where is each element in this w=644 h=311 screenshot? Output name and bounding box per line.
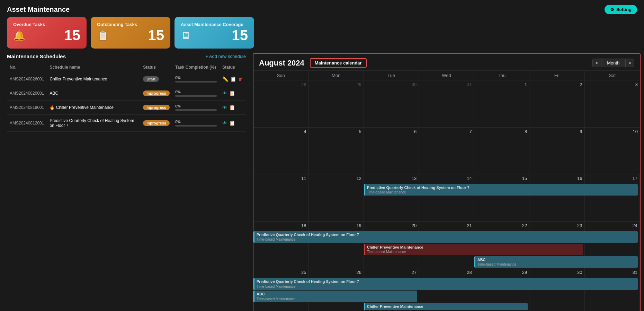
calendar-cell[interactable]: 14	[419, 174, 474, 221]
calendar-weeks: 282930311234567891011121314151617 Predic…	[253, 80, 640, 311]
calendar-cell[interactable]: 19	[308, 222, 364, 268]
day-number: 3	[587, 82, 638, 87]
action-icons: 👁 📋	[222, 120, 243, 126]
calendar-cell[interactable]: 22	[474, 222, 529, 268]
schedule-progress: 0%	[172, 101, 220, 115]
maintenance-calendar-label: Maintenance calendar	[310, 58, 367, 68]
day-number: 22	[476, 223, 527, 228]
table-row[interactable]: AMS20240819001🔥 Chiller Preventive Maint…	[7, 101, 246, 115]
progress-bar	[175, 125, 217, 127]
day-number: 8	[476, 129, 527, 134]
calendar-week: 18192021222324 Predictive Quarterly Chec…	[253, 222, 640, 269]
calendar-header: August 2024 Maintenance calendar < Month…	[253, 54, 640, 71]
add-schedule-button[interactable]: + Add new schedule	[205, 54, 246, 59]
calendar-cell[interactable]: 8	[474, 128, 529, 174]
table-row[interactable]: AMS20240812001Predictive Quarterly Check…	[7, 115, 246, 132]
overdue-icon: 🔔	[13, 30, 25, 41]
calendar-cell[interactable]: 18	[253, 222, 308, 268]
calendar-cell[interactable]: 1	[474, 80, 529, 127]
day-tue: Tue	[364, 71, 419, 80]
view-icon[interactable]: 👁	[222, 105, 227, 110]
calendar-cell[interactable]: 20	[364, 222, 419, 268]
calendar-cell[interactable]: 29	[474, 268, 529, 311]
calendar-week: 25262728293031 Predictive Quarterly Chec…	[253, 268, 640, 311]
calendar-cell[interactable]: 23	[529, 222, 584, 268]
calendar-cell[interactable]: 16	[529, 174, 584, 221]
table-row[interactable]: AMS20240820001ABCInprogress 0% 👁 📋	[7, 86, 246, 101]
table-row[interactable]: AMS20240826001Chiller Preventive Mainten…	[7, 72, 246, 86]
day-number: 26	[311, 270, 361, 275]
calendar-cell[interactable]: 10	[585, 128, 640, 174]
app-title: Asset Maintenance	[7, 6, 70, 14]
calendar-cell[interactable]: 2	[529, 80, 584, 127]
calendar-prev-button[interactable]: <	[592, 59, 601, 67]
calendar-cell[interactable]: 3	[585, 80, 640, 127]
day-number: 1	[476, 82, 527, 87]
calendar-cell[interactable]: 15	[474, 174, 529, 221]
day-number: 31	[587, 270, 637, 275]
calendar-cell[interactable]: 11	[253, 174, 308, 221]
calendar-cell[interactable]: 27	[364, 268, 419, 311]
calendar-cell[interactable]: 7	[419, 128, 474, 174]
calendar-days-header: Sun Mon Tue Wed Thu Fri Sat	[253, 71, 640, 80]
day-number: 21	[421, 223, 472, 228]
schedule-id: AMS20240820001	[7, 86, 47, 101]
calendar-cell[interactable]: 26	[308, 268, 364, 311]
outstanding-card[interactable]: Outstanding Tasks 📋 15	[91, 17, 170, 49]
copy-icon[interactable]: 📋	[230, 76, 236, 82]
progress-bar-wrap: 0%	[175, 120, 217, 127]
calendar-cell[interactable]: 29	[308, 80, 364, 127]
view-icon[interactable]: 👁	[222, 90, 227, 96]
outstanding-title: Outstanding Tasks	[97, 22, 164, 27]
settings-button[interactable]: ⚙ Setting	[605, 5, 637, 14]
delete-icon[interactable]: 🗑	[238, 76, 243, 82]
coverage-card[interactable]: Asset Maintenance Coverage 🖥 15	[175, 17, 254, 49]
day-number: 18	[256, 223, 306, 228]
calendar-cell[interactable]: 13	[364, 174, 419, 221]
calendar-cell[interactable]: 9	[529, 128, 584, 174]
calendar-grid: Sun Mon Tue Wed Thu Fri Sat 282930311234…	[253, 71, 640, 311]
progress-label: 0%	[175, 104, 217, 108]
day-thu: Thu	[474, 71, 529, 80]
calendar-cell[interactable]: 4	[253, 128, 308, 174]
day-number: 25	[256, 270, 306, 275]
action-icons: 👁 📋	[222, 105, 243, 110]
schedule-table: No. Schedule name Status Task Completion…	[7, 63, 246, 132]
copy-icon[interactable]: 📋	[229, 105, 235, 110]
day-sat: Sat	[585, 71, 640, 80]
schedule-name: ABC	[47, 86, 140, 101]
outstanding-icon: 📋	[97, 30, 109, 41]
calendar-cell[interactable]: 28	[253, 80, 308, 127]
coverage-icon: 🖥	[181, 30, 190, 41]
calendar-next-button[interactable]: >	[625, 59, 634, 67]
calendar-cell[interactable]: 5	[308, 128, 364, 174]
day-number: 20	[366, 223, 417, 228]
calendar-month-button[interactable]: Month	[601, 59, 625, 67]
calendar-cell[interactable]: 28	[419, 268, 474, 311]
day-number: 28	[256, 82, 306, 87]
col-name: Schedule name	[47, 63, 140, 72]
calendar-cell[interactable]: 30	[364, 80, 419, 127]
view-icon[interactable]: 👁	[222, 120, 227, 126]
calendar-cell[interactable]: 25	[253, 268, 308, 311]
schedule-progress: 0%	[172, 115, 220, 132]
copy-icon[interactable]: 📋	[229, 120, 235, 126]
calendar-cell[interactable]: 17	[585, 174, 640, 221]
day-number: 2	[531, 82, 582, 87]
copy-icon[interactable]: 📋	[229, 90, 235, 96]
calendar-cell[interactable]: 12	[308, 174, 364, 221]
day-number: 10	[587, 129, 638, 134]
overdue-card[interactable]: Overdue Tasks 🔔 15	[7, 17, 87, 49]
calendar-cell[interactable]: 31	[419, 80, 474, 127]
calendar-cell[interactable]: 30	[529, 268, 584, 311]
progress-bar-wrap: 0%	[175, 104, 217, 111]
edit-icon[interactable]: ✏️	[222, 76, 228, 82]
schedule-actions: ✏️ 📋 🗑	[220, 72, 246, 86]
calendar-cell[interactable]: 24	[585, 222, 640, 268]
calendar-cell[interactable]: 21	[419, 222, 474, 268]
main-layout: Maintenance Schedules + Add new schedule…	[0, 53, 644, 311]
calendar-cell[interactable]: 6	[364, 128, 419, 174]
schedule-id: AMS20240826001	[7, 72, 47, 86]
day-number: 27	[366, 270, 417, 275]
calendar-cell[interactable]: 31	[585, 268, 640, 311]
